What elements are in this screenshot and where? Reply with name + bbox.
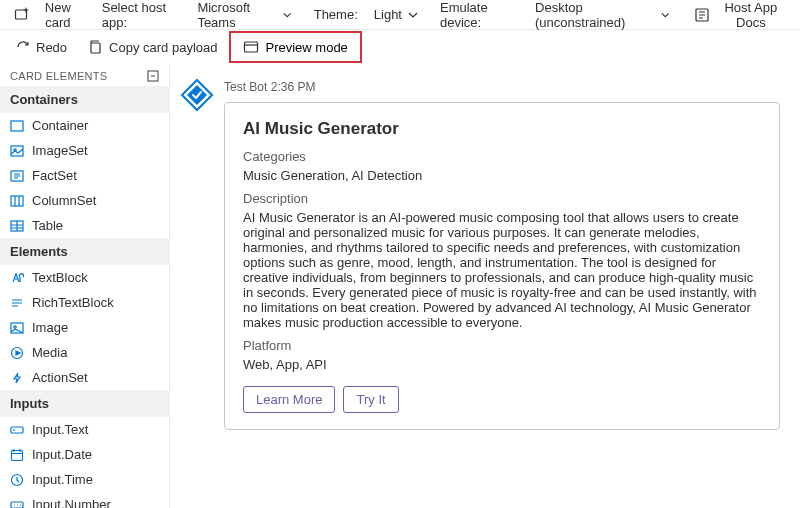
bot-meta: Test Bot 2:36 PM [224, 80, 780, 94]
try-it-button[interactable]: Try It [343, 386, 398, 413]
learn-more-button[interactable]: Learn More [243, 386, 335, 413]
sidebar-item-label: Input.Time [32, 472, 93, 487]
svg-rect-3 [245, 42, 258, 52]
theme-dropdown[interactable]: Light [366, 3, 426, 26]
theme-value: Light [374, 7, 402, 22]
svg-rect-9 [11, 196, 23, 206]
svg-rect-5 [11, 121, 23, 131]
richtext-icon [10, 296, 24, 310]
sidebar-item-label: TextBlock [32, 270, 88, 285]
svg-point-12 [14, 325, 16, 327]
container-icon [10, 119, 24, 133]
bot-time: 2:36 PM [271, 80, 316, 94]
sidebar-item-label: Table [32, 218, 63, 233]
redo-button[interactable]: Redo [6, 35, 75, 59]
copy-payload-label: Copy card payload [109, 40, 217, 55]
sidebar-group-inputs[interactable]: Inputs [0, 390, 169, 417]
secondary-toolbar: Redo Copy card payload Preview mode [0, 30, 800, 64]
svg-rect-15 [12, 450, 23, 460]
input-date-icon [10, 448, 24, 462]
imageset-icon [10, 144, 24, 158]
svg-rect-2 [91, 43, 100, 53]
table-icon [10, 219, 24, 233]
host-app-docs-label: Host App Docs [716, 0, 786, 30]
media-icon [10, 346, 24, 360]
sidebar-item-input-time[interactable]: Input.Time [0, 467, 169, 492]
sidebar-item-label: Media [32, 345, 67, 360]
sidebar-item-container[interactable]: Container [0, 113, 169, 138]
redo-label: Redo [36, 40, 67, 55]
sidebar-item-label: Input.Text [32, 422, 88, 437]
sidebar-group-elements[interactable]: Elements [0, 238, 169, 265]
preview-mode-label: Preview mode [265, 40, 347, 55]
chevron-down-icon [408, 10, 418, 20]
new-card-icon [14, 7, 30, 23]
top-toolbar: New card Select host app: Microsoft Team… [0, 0, 800, 30]
sidebar-item-input-number[interactable]: Input.Number [0, 492, 169, 508]
host-app-dropdown[interactable]: Microsoft Teams [189, 0, 299, 34]
docs-icon [694, 7, 710, 23]
factset-icon [10, 169, 24, 183]
sidebar-item-label: Input.Date [32, 447, 92, 462]
sidebar-item-input-date[interactable]: Input.Date [0, 442, 169, 467]
textblock-icon [10, 271, 24, 285]
sidebar-item-columnset[interactable]: ColumnSet [0, 188, 169, 213]
bot-name: Test Bot [224, 80, 267, 94]
host-app-docs-button[interactable]: Host App Docs [686, 0, 794, 34]
sidebar-item-label: ColumnSet [32, 193, 96, 208]
sidebar-item-label: ImageSet [32, 143, 88, 158]
card-description: AI Music Generator is an AI-powered musi… [243, 210, 761, 330]
copy-payload-button[interactable]: Copy card payload [79, 35, 225, 59]
sidebar-item-media[interactable]: Media [0, 340, 169, 365]
preview-icon [243, 39, 259, 55]
sidebar-item-label: RichTextBlock [32, 295, 114, 310]
card-elements-panel: CARD ELEMENTS Containers Container Image… [0, 64, 170, 508]
sidebar-item-input-text[interactable]: Input.Text [0, 417, 169, 442]
columnset-icon [10, 194, 24, 208]
sidebar-item-label: ActionSet [32, 370, 88, 385]
emulate-dropdown[interactable]: Desktop (unconstrained) [527, 0, 678, 34]
emulate-label: Emulate device: [430, 0, 523, 30]
sidebar-item-label: Input.Number [32, 497, 111, 508]
card-platform-label: Platform [243, 338, 761, 353]
card-title: AI Music Generator [243, 119, 761, 139]
svg-rect-0 [16, 10, 27, 19]
sidebar-item-label: FactSet [32, 168, 77, 183]
input-text-icon [10, 423, 24, 437]
sidebar-item-richtextblock[interactable]: RichTextBlock [0, 290, 169, 315]
emulate-value: Desktop (unconstrained) [535, 0, 655, 30]
select-host-label: Select host app: [92, 0, 186, 30]
sidebar-item-actionset[interactable]: ActionSet [0, 365, 169, 390]
input-number-icon [10, 498, 24, 509]
sidebar-item-imageset[interactable]: ImageSet [0, 138, 169, 163]
new-card-label: New card [36, 0, 80, 30]
input-time-icon [10, 473, 24, 487]
copy-icon [87, 39, 103, 55]
sidebar-item-image[interactable]: Image [0, 315, 169, 340]
chevron-down-icon [283, 10, 291, 20]
card-description-label: Description [243, 191, 761, 206]
theme-label: Theme: [304, 7, 362, 22]
preview-mode-button[interactable]: Preview mode [233, 35, 357, 59]
card-elements-header: CARD ELEMENTS [0, 64, 169, 86]
card-actions: Learn More Try It [243, 386, 761, 413]
sidebar-item-label: Image [32, 320, 68, 335]
card-categories: Music Generation, AI Detection [243, 168, 761, 183]
card-platform: Web, App, API [243, 357, 761, 372]
redo-icon [14, 39, 30, 55]
preview-mode-highlight: Preview mode [229, 31, 361, 63]
adaptive-card: AI Music Generator Categories Music Gene… [224, 102, 780, 430]
card-column: Test Bot 2:36 PM AI Music Generator Cate… [224, 72, 800, 508]
preview-area: Test Bot 2:36 PM AI Music Generator Cate… [170, 64, 800, 508]
sidebar-item-table[interactable]: Table [0, 213, 169, 238]
new-card-button[interactable]: New card [6, 0, 88, 34]
card-elements-title: CARD ELEMENTS [10, 70, 107, 82]
sidebar-item-label: Container [32, 118, 88, 133]
chevron-down-icon [661, 10, 669, 20]
sidebar-item-textblock[interactable]: TextBlock [0, 265, 169, 290]
main-layout: CARD ELEMENTS Containers Container Image… [0, 64, 800, 508]
card-categories-label: Categories [243, 149, 761, 164]
sidebar-group-containers[interactable]: Containers [0, 86, 169, 113]
sidebar-item-factset[interactable]: FactSet [0, 163, 169, 188]
collapse-icon[interactable] [147, 70, 159, 82]
